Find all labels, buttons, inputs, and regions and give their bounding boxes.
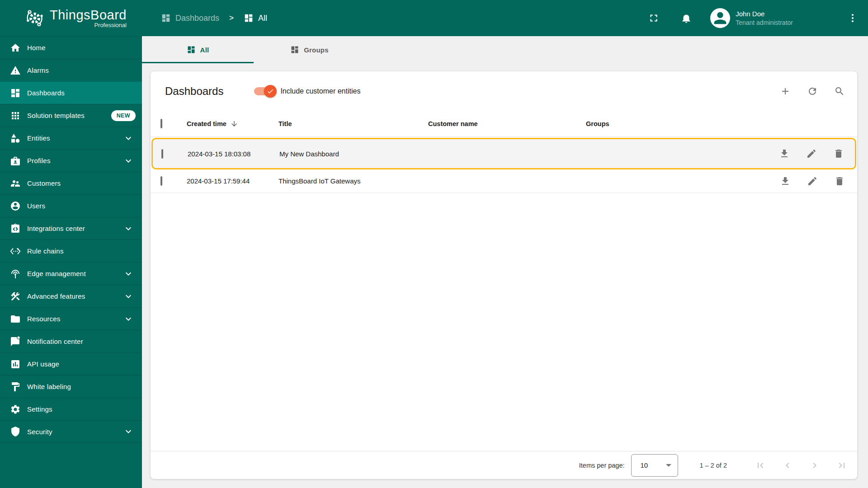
content-area: Dashboards Include customer entities <box>142 63 868 488</box>
previous-page-button[interactable] <box>782 460 793 471</box>
breadcrumb-separator: > <box>229 14 234 23</box>
chevron-down-icon <box>123 268 134 279</box>
toggle-label: Include customer entities <box>280 87 360 95</box>
add-entity-button[interactable] <box>780 86 791 97</box>
select-all-checkbox[interactable] <box>160 119 162 128</box>
sidebar-item-integrations-center[interactable]: Integrations center <box>0 217 142 239</box>
user-name: John Doe <box>736 9 793 19</box>
warning-icon <box>10 65 21 76</box>
dashboards-icon <box>161 13 171 23</box>
sidebar-item-home[interactable]: Home <box>0 36 142 59</box>
breadcrumb-all[interactable]: All <box>244 13 267 23</box>
last-page-button[interactable] <box>836 460 847 471</box>
items-per-page-label: Items per page: <box>579 462 625 469</box>
kebab-menu-icon[interactable] <box>847 13 858 23</box>
dashboards-icon <box>10 88 21 99</box>
edit-button[interactable] <box>806 148 817 159</box>
brand-logo[interactable]: ThingsBoard Professional <box>0 0 142 36</box>
table-header-row: Created time Title Customer name Groups <box>151 111 857 137</box>
sidebar-item-white-labeling[interactable]: White labeling <box>0 375 142 398</box>
sidebar-item-profiles[interactable]: Profiles <box>0 149 142 172</box>
row-created-time: 2024-03-15 18:03:08 <box>188 150 279 158</box>
sidebar-item-advanced-features[interactable]: Advanced features <box>0 285 142 307</box>
account-circle-icon <box>10 201 21 211</box>
sidebar-item-solution-templates[interactable]: Solution templates NEW <box>0 104 142 127</box>
sidebar-item-notification-center[interactable]: Notification center <box>0 330 142 352</box>
toggle-track <box>254 87 274 95</box>
chevron-down-icon <box>123 426 134 437</box>
apps-grid-icon <box>10 110 21 121</box>
download-button[interactable] <box>779 148 790 159</box>
tab-all[interactable]: All <box>142 36 254 63</box>
chevron-down-icon <box>123 223 134 234</box>
home-icon <box>10 42 21 53</box>
delete-button[interactable] <box>834 176 845 187</box>
page-size-select[interactable]: 10 <box>631 454 678 477</box>
gear-icon <box>10 404 21 415</box>
sidebar-item-dashboards[interactable]: Dashboards <box>0 81 142 104</box>
antenna-icon <box>10 268 21 279</box>
sidebar-item-users[interactable]: Users <box>0 194 142 217</box>
sidebar-item-alarms[interactable]: Alarms <box>0 59 142 81</box>
card-header: Dashboards Include customer entities <box>151 71 857 111</box>
user-role: Tenant administrator <box>736 19 793 27</box>
refresh-button[interactable] <box>807 86 818 97</box>
include-customer-entities-toggle[interactable]: Include customer entities <box>254 87 360 95</box>
bar-chart-icon <box>10 359 21 370</box>
column-header-created-time[interactable]: Created time <box>187 120 278 128</box>
sidebar-item-resources[interactable]: Resources <box>0 307 142 330</box>
breadcrumb-dashboards[interactable]: Dashboards <box>161 13 219 23</box>
shield-icon <box>10 426 21 437</box>
first-page-button[interactable] <box>755 460 766 471</box>
user-info[interactable]: John Doe Tenant administrator <box>736 9 793 27</box>
new-badge: NEW <box>111 110 136 121</box>
chevron-down-icon <box>123 291 134 302</box>
table-row[interactable]: 2024-03-15 17:59:44 ThingsBoard IoT Gate… <box>151 169 857 193</box>
sidebar-item-api-usage[interactable]: API usage <box>0 352 142 375</box>
row-title: My New Dashboard <box>279 150 429 158</box>
people-icon <box>10 178 21 189</box>
entities-shapes-icon <box>10 133 21 144</box>
page-title: Dashboards <box>165 85 223 98</box>
breadcrumb: Dashboards > All <box>161 13 267 23</box>
fullscreen-icon[interactable] <box>648 12 660 24</box>
sidebar-nav: Home Alarms Dashboards Solution template… <box>0 36 142 443</box>
next-page-button[interactable] <box>809 460 820 471</box>
user-avatar[interactable] <box>710 8 730 28</box>
edit-button[interactable] <box>807 176 818 187</box>
person-icon <box>711 9 729 27</box>
chevron-down-icon <box>123 314 134 324</box>
column-header-customer-name[interactable]: Customer name <box>428 120 586 127</box>
column-header-title[interactable]: Title <box>278 120 428 127</box>
paint-roller-icon <box>10 381 21 392</box>
table-row[interactable]: 2024-03-15 18:03:08 My New Dashboard <box>151 138 856 169</box>
row-title: ThingsBoard IoT Gateways <box>278 177 428 185</box>
row-checkbox[interactable] <box>160 176 162 186</box>
search-button[interactable] <box>834 86 845 97</box>
dashboards-icon <box>290 45 299 54</box>
sidebar-item-security[interactable]: Security <box>0 420 142 443</box>
sort-desc-arrow-icon <box>230 120 238 128</box>
row-checkbox[interactable] <box>161 149 163 159</box>
tools-icon <box>10 291 21 302</box>
download-button[interactable] <box>780 176 791 187</box>
badge-id-icon <box>10 155 21 166</box>
delete-button[interactable] <box>833 148 844 159</box>
sidebar-item-customers[interactable]: Customers <box>0 172 142 194</box>
tab-bar: All Groups <box>142 36 868 63</box>
page-range-label: 1 – 2 of 2 <box>700 462 727 469</box>
sidebar-item-edge-management[interactable]: Edge management <box>0 262 142 285</box>
row-created-time: 2024-03-15 17:59:44 <box>187 177 278 185</box>
dashboards-icon <box>244 13 254 23</box>
notifications-bell-icon[interactable] <box>680 12 692 24</box>
sidebar: ThingsBoard Professional Home Alarms Das… <box>0 0 142 488</box>
column-header-groups[interactable]: Groups <box>586 120 780 127</box>
sidebar-item-rule-chains[interactable]: Rule chains <box>0 239 142 262</box>
dropdown-arrow-icon <box>666 464 671 467</box>
code-brackets-icon <box>10 246 21 257</box>
sidebar-item-entities[interactable]: Entities <box>0 127 142 149</box>
dashboards-card: Dashboards Include customer entities <box>151 71 857 479</box>
paginator: Items per page: 10 1 – 2 of 2 <box>151 451 857 479</box>
sidebar-item-settings[interactable]: Settings <box>0 398 142 420</box>
tab-groups[interactable]: Groups <box>254 36 365 63</box>
